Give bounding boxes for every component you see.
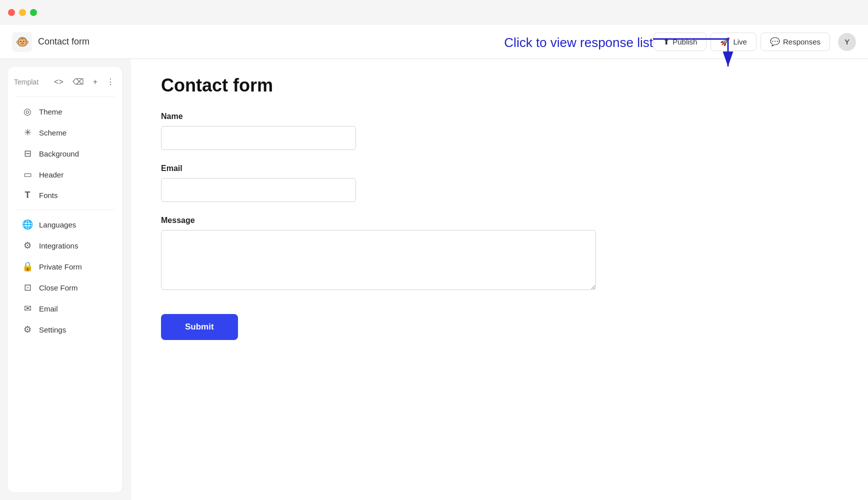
header-left: 🐵 Contact form bbox=[12, 32, 90, 52]
content-area: Contact form Name Email Message Submit bbox=[131, 59, 868, 500]
sidebar-item-theme[interactable]: ◎ Theme bbox=[12, 101, 118, 122]
live-button[interactable]: 🚀 Live bbox=[710, 32, 756, 51]
fonts-label: Fonts bbox=[39, 191, 58, 200]
message-field: Message bbox=[161, 216, 838, 292]
sidebar-item-scheme[interactable]: ✳ Scheme bbox=[12, 122, 118, 143]
form-name-label: Contact form bbox=[38, 36, 90, 47]
background-icon: ⊟ bbox=[22, 148, 33, 159]
responses-button[interactable]: 💬 Responses bbox=[760, 32, 830, 51]
close-form-label: Close Form bbox=[39, 284, 78, 292]
close-form-icon: ⊡ bbox=[22, 282, 33, 293]
private-form-label: Private Form bbox=[39, 262, 82, 271]
publish-label: Publish bbox=[672, 38, 697, 46]
sidebar-item-settings[interactable]: ⚙ Settings bbox=[12, 319, 118, 340]
background-label: Background bbox=[39, 150, 79, 158]
responses-label: Responses bbox=[783, 38, 820, 46]
maximize-button[interactable] bbox=[30, 9, 37, 16]
settings-icon: ⚙ bbox=[22, 324, 33, 335]
sidebar-item-background[interactable]: ⊟ Background bbox=[12, 143, 118, 164]
name-input[interactable] bbox=[161, 126, 356, 150]
integrations-label: Integrations bbox=[39, 242, 78, 250]
header-icon: ▭ bbox=[22, 169, 33, 180]
submit-button[interactable]: Submit bbox=[161, 314, 238, 340]
languages-label: Languages bbox=[39, 220, 76, 229]
email-field: Email bbox=[161, 164, 838, 202]
close-button[interactable] bbox=[8, 9, 15, 16]
header-label: Header bbox=[39, 170, 64, 179]
scheme-label: Scheme bbox=[39, 128, 66, 137]
code-icon[interactable]: <> bbox=[52, 76, 66, 88]
traffic-lights bbox=[8, 9, 37, 16]
private-form-icon: 🔒 bbox=[22, 261, 33, 272]
user-avatar[interactable]: Y bbox=[838, 33, 856, 51]
live-icon: 🚀 bbox=[720, 37, 730, 46]
integrations-icon: ⚙ bbox=[22, 240, 33, 251]
name-label: Name bbox=[161, 112, 838, 121]
scheme-icon: ✳ bbox=[22, 127, 33, 138]
sidebar-item-private-form[interactable]: 🔒 Private Form bbox=[12, 256, 118, 277]
fonts-icon: T bbox=[22, 190, 33, 200]
main-layout: Templat <> ⌫ + ⋮ ◎ Theme ✳ Scheme ⊟ Back… bbox=[0, 59, 868, 500]
email-icon: ✉ bbox=[22, 303, 33, 314]
sidebar-item-header[interactable]: ▭ Header bbox=[12, 164, 118, 185]
sidebar-divider-1 bbox=[16, 96, 114, 97]
more-icon[interactable]: ⋮ bbox=[104, 75, 116, 88]
sidebar-divider-2 bbox=[16, 210, 114, 210]
form-heading: Contact form bbox=[161, 75, 838, 96]
sidebar-item-email[interactable]: ✉ Email bbox=[12, 298, 118, 319]
app-logo: 🐵 bbox=[12, 32, 32, 52]
theme-label: Theme bbox=[39, 108, 62, 116]
minimize-button[interactable] bbox=[19, 9, 26, 16]
message-label: Message bbox=[161, 216, 838, 225]
theme-icon: ◎ bbox=[22, 106, 33, 117]
app-header: 🐵 Contact form ⬆ Publish 🚀 Live 💬 Respon… bbox=[0, 25, 868, 59]
email-label: Email bbox=[161, 164, 838, 173]
sidebar-top-bar: Templat <> ⌫ + ⋮ bbox=[8, 75, 122, 92]
sidebar: Templat <> ⌫ + ⋮ ◎ Theme ✳ Scheme ⊟ Back… bbox=[8, 67, 123, 492]
header-actions: ⬆ Publish 🚀 Live 💬 Responses Y bbox=[654, 32, 856, 51]
live-label: Live bbox=[733, 38, 747, 46]
sidebar-item-fonts[interactable]: T Fonts bbox=[12, 185, 118, 206]
sidebar-item-languages[interactable]: 🌐 Languages bbox=[12, 214, 118, 235]
email-input[interactable] bbox=[161, 178, 356, 202]
back-icon[interactable]: ⌫ bbox=[70, 75, 86, 88]
title-bar bbox=[0, 0, 868, 25]
languages-icon: 🌐 bbox=[22, 219, 33, 230]
add-icon[interactable]: + bbox=[91, 76, 100, 88]
publish-button[interactable]: ⬆ Publish bbox=[654, 32, 706, 51]
email-label: Email bbox=[39, 304, 58, 313]
logo-emoji: 🐵 bbox=[16, 36, 29, 48]
template-label: Templat bbox=[14, 78, 47, 86]
sidebar-item-integrations[interactable]: ⚙ Integrations bbox=[12, 235, 118, 256]
publish-icon: ⬆ bbox=[663, 37, 670, 46]
sidebar-item-close-form[interactable]: ⊡ Close Form bbox=[12, 277, 118, 298]
message-textarea[interactable] bbox=[161, 230, 596, 290]
settings-label: Settings bbox=[39, 326, 66, 334]
responses-icon: 💬 bbox=[770, 37, 780, 46]
name-field: Name bbox=[161, 112, 838, 150]
